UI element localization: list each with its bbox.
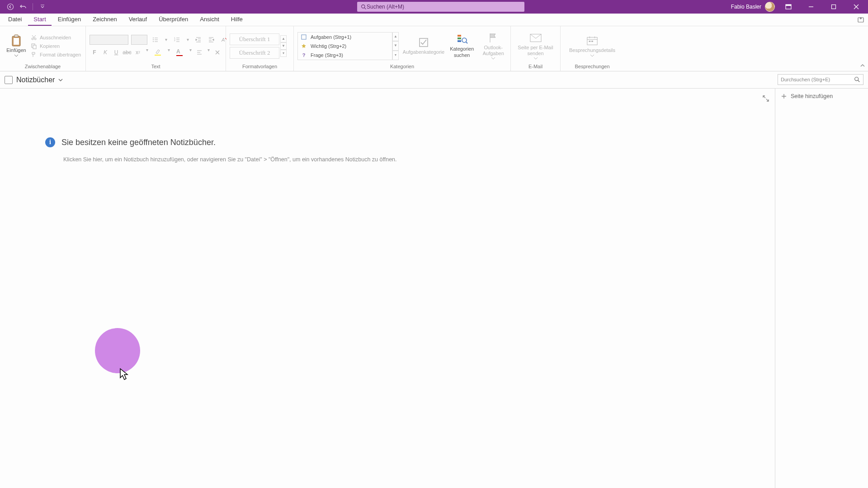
- svg-rect-8: [14, 38, 19, 45]
- indent-button[interactable]: [206, 35, 216, 45]
- svg-rect-23: [458, 40, 461, 42]
- tag-important[interactable]: Wichtig (Strg+2): [298, 42, 392, 51]
- star-icon: [301, 43, 307, 49]
- maximize-button[interactable]: [825, 0, 843, 14]
- style-heading1[interactable]: Überschrift 1: [230, 33, 279, 45]
- outdent-button[interactable]: [193, 35, 203, 45]
- tags-scroll-up[interactable]: ▲: [392, 32, 399, 42]
- plus-icon: [781, 93, 787, 99]
- svg-text:2: 2: [174, 39, 175, 42]
- svg-point-13: [153, 38, 154, 38]
- main-area: i Sie besitzen keine geöffneten Notizbüc…: [0, 89, 868, 488]
- format-painter-button[interactable]: Format übertragen: [31, 51, 81, 59]
- svg-rect-4: [832, 5, 836, 9]
- copy-button[interactable]: Kopieren: [31, 42, 81, 50]
- empty-notebook-message: Sie besitzen keine geöffneten Notizbüche…: [61, 138, 216, 147]
- italic-button[interactable]: K: [100, 47, 110, 57]
- tab-datei[interactable]: Datei: [3, 13, 27, 26]
- qat-customize-button[interactable]: [38, 2, 47, 12]
- page-canvas[interactable]: i Sie besitzen keine geöffneten Notizbüc…: [0, 89, 775, 488]
- fullscreen-toggle[interactable]: [762, 95, 769, 102]
- font-color-button[interactable]: A: [173, 47, 186, 57]
- tab-verlauf[interactable]: Verlauf: [123, 13, 152, 26]
- close-button[interactable]: [847, 0, 865, 14]
- add-page-label: Seite hinzufügen: [791, 93, 833, 99]
- clipboard-icon: [10, 35, 22, 47]
- svg-point-1: [362, 5, 365, 8]
- user-name: Fabio Basler: [731, 4, 761, 10]
- styles-scroll-down[interactable]: ▼: [280, 42, 287, 50]
- outlook-tasks-button[interactable]: Outlook-Aufgaben: [480, 32, 507, 60]
- empty-notebook-hint[interactable]: Klicken Sie hier, um ein Notizbuch hinzu…: [63, 156, 397, 163]
- page-search-input[interactable]: [781, 77, 854, 82]
- question-icon: ?: [301, 52, 307, 58]
- strike-button[interactable]: abc: [122, 47, 132, 57]
- email-group-label: E-Mail: [514, 64, 557, 70]
- svg-point-29: [855, 77, 859, 81]
- ribbon-display-options[interactable]: [779, 0, 797, 14]
- copy-icon: [31, 43, 37, 49]
- click-highlight-indicator: [95, 328, 140, 373]
- meeting-details-button[interactable]: Besprechungsdetails: [567, 35, 617, 56]
- styles-more[interactable]: ▾: [280, 50, 287, 57]
- font-size-combo[interactable]: [131, 35, 147, 45]
- global-search[interactable]: [357, 2, 524, 12]
- svg-point-14: [153, 39, 154, 40]
- svg-rect-19: [302, 35, 306, 39]
- share-button[interactable]: [857, 16, 864, 23]
- ribbon-tabs: Datei Start Einfügen Zeichnen Verlauf Üb…: [0, 14, 868, 26]
- clipboard-group-label: Zwischenablage: [4, 64, 82, 70]
- checkbox-icon: [301, 34, 307, 40]
- page-list-panel: Seite hinzufügen: [775, 89, 868, 488]
- tab-start[interactable]: Start: [28, 13, 51, 26]
- notebook-selector-label: Notizbücher: [16, 76, 55, 84]
- bullets-button[interactable]: [150, 35, 160, 45]
- svg-rect-3: [786, 5, 791, 6]
- tab-ansicht[interactable]: Ansicht: [194, 13, 225, 26]
- font-family-combo[interactable]: [90, 35, 128, 45]
- delete-format-button[interactable]: [212, 47, 222, 57]
- tag-question[interactable]: ? Frage (Strg+3): [298, 51, 392, 60]
- tag-todo[interactable]: Aufgaben (Strg+1): [298, 33, 392, 42]
- svg-rect-12: [33, 45, 36, 49]
- svg-rect-27: [589, 41, 591, 42]
- page-search[interactable]: [778, 74, 863, 85]
- svg-rect-22: [458, 38, 461, 39]
- back-button[interactable]: [5, 2, 15, 12]
- notebook-selector[interactable]: Notizbücher: [5, 76, 63, 84]
- add-page-button[interactable]: Seite hinzufügen: [775, 89, 868, 104]
- account-button[interactable]: Fabio Basler: [731, 2, 775, 12]
- text-group-label: Text: [90, 64, 222, 70]
- find-tags-button[interactable]: Kategorien suchen: [448, 33, 476, 58]
- paintbrush-icon: [31, 52, 37, 58]
- minimize-button[interactable]: [802, 0, 820, 14]
- highlight-button[interactable]: [151, 47, 165, 57]
- tab-zeichnen[interactable]: Zeichnen: [87, 13, 122, 26]
- paste-label: Einfügen: [6, 47, 26, 53]
- global-search-input[interactable]: [367, 4, 521, 10]
- tab-hilfe[interactable]: Hilfe: [226, 13, 248, 26]
- notebook-icon: [5, 76, 13, 84]
- flag-icon: [487, 32, 499, 44]
- underline-button[interactable]: U: [111, 47, 121, 57]
- subscript-button[interactable]: x2: [133, 47, 143, 57]
- paste-button[interactable]: Einfügen: [4, 35, 29, 56]
- undo-button[interactable]: [18, 2, 28, 12]
- styles-gallery[interactable]: Überschrift 1 Überschrift 2: [230, 33, 279, 59]
- tag-gallery[interactable]: Aufgaben (Strg+1) Wichtig (Strg+2) ? Fra…: [297, 32, 392, 60]
- numbering-button[interactable]: 12: [172, 35, 182, 45]
- cut-button[interactable]: Ausschneiden: [31, 33, 81, 42]
- tags-scroll-down[interactable]: ▼: [392, 41, 399, 51]
- todo-tag-button[interactable]: Aufgabenkategorie: [403, 37, 444, 55]
- svg-rect-21: [458, 35, 461, 37]
- email-page-button[interactable]: Seite per E-Mail senden: [515, 32, 556, 60]
- tab-ueberpruefen[interactable]: Überprüfen: [153, 13, 193, 26]
- bold-button[interactable]: F: [90, 47, 99, 57]
- style-heading2[interactable]: Überschrift 2: [230, 47, 279, 59]
- styles-scroll-up[interactable]: ▲: [280, 35, 287, 42]
- tab-einfuegen[interactable]: Einfügen: [52, 13, 86, 26]
- align-button[interactable]: [194, 47, 204, 57]
- checkbox-large-icon: [418, 37, 429, 48]
- collapse-ribbon-button[interactable]: [860, 63, 865, 68]
- tags-more[interactable]: ▾: [392, 51, 399, 60]
